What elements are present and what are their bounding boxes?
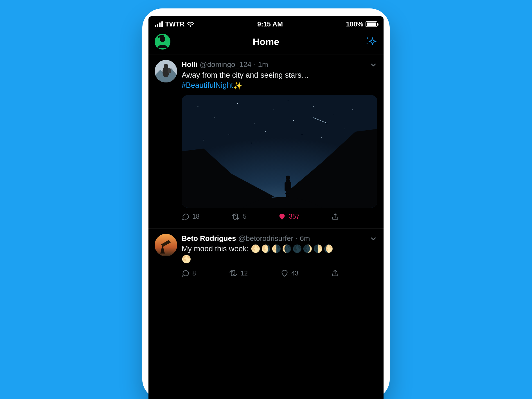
display-name[interactable]: Holli <box>182 60 197 70</box>
svg-point-19 <box>321 137 322 138</box>
svg-point-17 <box>229 134 229 135</box>
tweet-menu-caret[interactable] <box>369 61 377 70</box>
share-button[interactable] <box>331 213 339 221</box>
phone-screen: TWTR 9:15 AM 100% <box>148 16 384 399</box>
reply-count: 8 <box>192 270 196 277</box>
svg-point-1 <box>160 36 165 42</box>
retweet-button[interactable]: 5 <box>231 213 247 221</box>
svg-point-15 <box>352 109 353 109</box>
like-count: 43 <box>291 270 299 277</box>
tweet-actions: 18 5 357 <box>182 208 350 227</box>
tweet-menu-caret[interactable] <box>369 235 377 244</box>
avatar[interactable] <box>155 234 177 256</box>
svg-point-14 <box>333 115 333 115</box>
tweet-text: Away from the city and seeing stars… #Be… <box>182 70 377 91</box>
retweet-button[interactable]: 12 <box>229 269 248 277</box>
status-right: 100% <box>346 20 377 28</box>
sparkle-emoji-icon: ✨ <box>233 81 243 91</box>
moon-emojis: 🌕🌖🌗🌘🌑🌒🌓🌔 <box>251 245 334 253</box>
tweet-avatar-col <box>155 60 182 227</box>
tweet-actions: 8 12 43 <box>182 264 350 283</box>
svg-point-24 <box>302 134 302 135</box>
tweet-text: My mood this week: 🌕🌖🌗🌘🌑🌒🌓🌔 🌕 <box>182 244 377 264</box>
status-left: TWTR <box>155 20 194 28</box>
timeline-options-button[interactable] <box>362 35 377 48</box>
svg-point-12 <box>293 120 294 121</box>
display-name[interactable]: Beto Rodrigues <box>182 234 236 243</box>
svg-rect-30 <box>290 182 291 191</box>
retweet-count: 12 <box>240 270 248 277</box>
like-count: 357 <box>289 213 299 220</box>
tweet-text-prefix: My mood this week: <box>182 245 251 253</box>
svg-point-18 <box>251 143 252 143</box>
svg-rect-31 <box>286 193 288 198</box>
page-title: Home <box>253 36 279 47</box>
wifi-icon <box>187 21 194 27</box>
timestamp: 6m <box>300 234 310 243</box>
svg-point-20 <box>344 129 344 129</box>
svg-rect-27 <box>286 180 290 194</box>
retweet-count: 5 <box>243 213 247 220</box>
tweet-header: Beto Rodrigues @betorodrisurfer · 6m <box>182 234 377 243</box>
carrier-label: TWTR <box>165 20 184 28</box>
handle[interactable]: @domingo_124 <box>200 60 251 70</box>
svg-point-28 <box>286 176 290 180</box>
svg-point-16 <box>203 140 204 140</box>
reply-button[interactable]: 8 <box>182 269 196 277</box>
battery-icon <box>366 21 377 27</box>
tweet-media[interactable] <box>182 95 377 208</box>
nav-header: Home <box>148 30 384 55</box>
separator: · <box>254 60 256 70</box>
like-button[interactable]: 357 <box>278 213 299 221</box>
tweet[interactable]: Holli @domingo_124 · 1m Away from the ci… <box>148 55 384 229</box>
phone-frame: TWTR 9:15 AM 100% <box>142 8 390 399</box>
svg-rect-29 <box>285 182 286 191</box>
status-bar: TWTR 9:15 AM 100% <box>148 16 384 30</box>
cellular-signal-icon <box>155 21 163 27</box>
svg-point-22 <box>265 131 266 132</box>
share-button[interactable] <box>331 269 339 277</box>
hashtag-link[interactable]: #BeautifulNight <box>182 81 233 89</box>
tweet-avatar-col <box>155 234 182 284</box>
reply-count: 18 <box>192 213 200 220</box>
tweet-header: Holli @domingo_124 · 1m <box>182 60 377 70</box>
tweet[interactable]: Beto Rodrigues @betorodrisurfer · 6m My … <box>148 229 384 286</box>
moon-emojis-line2: 🌕 <box>182 255 192 263</box>
tweet-body: Holli @domingo_124 · 1m Away from the ci… <box>182 60 377 227</box>
reply-button[interactable]: 18 <box>182 213 200 221</box>
svg-rect-5 <box>168 68 171 73</box>
tweet-body: Beto Rodrigues @betorodrisurfer · 6m My … <box>182 234 377 284</box>
svg-point-23 <box>288 100 288 101</box>
svg-point-11 <box>274 109 274 109</box>
svg-point-4 <box>164 64 168 68</box>
svg-point-13 <box>313 106 314 106</box>
like-button[interactable]: 43 <box>281 269 299 277</box>
battery-percent: 100% <box>346 20 363 28</box>
svg-rect-32 <box>288 193 290 198</box>
svg-point-9 <box>237 103 238 104</box>
status-time: 9:15 AM <box>257 20 283 28</box>
avatar[interactable] <box>155 60 177 82</box>
svg-point-7 <box>198 106 199 107</box>
separator: · <box>296 234 297 243</box>
tweet-text-line: Away from the city and seeing stars… <box>182 71 309 79</box>
svg-point-10 <box>254 123 254 124</box>
handle[interactable]: @betorodrisurfer <box>238 234 293 243</box>
profile-avatar[interactable] <box>155 34 170 50</box>
timestamp: 1m <box>258 60 268 70</box>
svg-point-8 <box>215 117 215 118</box>
